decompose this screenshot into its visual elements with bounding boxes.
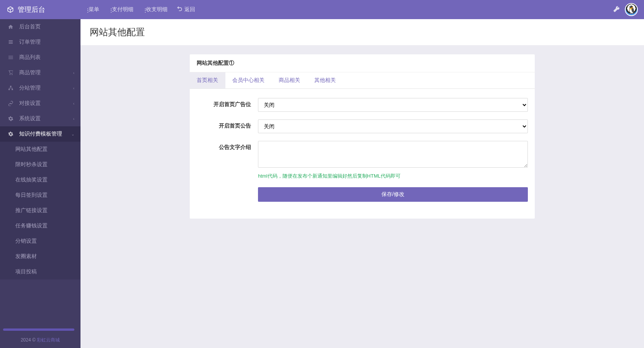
svg-rect-2 (9, 43, 13, 44)
svg-rect-10 (12, 89, 13, 90)
svg-rect-3 (8, 56, 13, 56)
sidebar-sub-moments[interactable]: 发圈素材 (0, 249, 80, 264)
gear-icon (7, 116, 15, 121)
svg-rect-5 (8, 59, 13, 59)
sidebar-submenu: 网站其他配置 限时秒杀设置 在线抽奖设置 每日签到设置 推广链接设置 任务赚钱设… (0, 142, 80, 279)
footer-link[interactable]: 彩虹云商城 (37, 337, 60, 343)
svg-rect-0 (9, 40, 13, 41)
label-home-notice: 开启首页公告 (197, 119, 258, 129)
header-menu-item-payment[interactable]: 支付明细 (104, 6, 138, 13)
page-title: 网站其他配置 (90, 26, 635, 38)
tabs: 首页相关 会员中心相关 商品相关 其他相关 (190, 72, 535, 89)
sidebar-item-system[interactable]: 系统设置 ‹ (0, 111, 80, 126)
chevron-left-icon: ‹ (73, 101, 74, 106)
sidebar-item-products-list[interactable]: 商品列表 (0, 50, 80, 65)
header-right: 🐧 (613, 3, 644, 16)
header-menu-item-menu[interactable]: 菜单 (80, 6, 104, 13)
sidebar-item-substation[interactable]: 分站管理 ‹ (0, 80, 80, 96)
header-menu: 菜单 支付明细 收支明细 返回 (80, 6, 613, 13)
sidebar-item-products-manage[interactable]: 商品管理 ‹ (0, 65, 80, 80)
return-arrow-icon (177, 7, 182, 13)
sidebar-sub-task-earn[interactable]: 任务赚钱设置 (0, 218, 80, 234)
svg-rect-4 (8, 57, 13, 57)
chevron-left-icon: ‹ (73, 71, 74, 75)
select-home-notice[interactable]: 关闭 (258, 119, 528, 133)
sidebar-sub-distribution[interactable]: 分销设置 (0, 234, 80, 249)
tab-home[interactable]: 首页相关 (190, 72, 225, 88)
sidebar-sub-flash-sale[interactable]: 限时秒杀设置 (0, 157, 80, 172)
page-header: 网站其他配置 (80, 19, 644, 45)
gear-icon (7, 131, 15, 137)
svg-rect-8 (10, 86, 12, 87)
bars-icon (7, 55, 15, 60)
sidebar-sub-submission[interactable]: 项目投稿 (0, 264, 80, 279)
panel-header: 网站其他配置① (190, 54, 535, 72)
header-menu-item-return[interactable]: 返回 (172, 6, 200, 13)
header: 管理后台 菜单 支付明细 收支明细 返回 🐧 (0, 0, 644, 19)
chevron-left-icon: ‹ (73, 86, 74, 90)
avatar[interactable]: 🐧 (625, 3, 638, 16)
svg-point-7 (12, 74, 12, 75)
tab-member[interactable]: 会员中心相关 (225, 72, 272, 88)
sidebar-sub-lottery[interactable]: 在线抽奖设置 (0, 172, 80, 188)
svg-rect-1 (9, 42, 13, 42)
select-home-ad[interactable]: 关闭 (258, 98, 528, 112)
brand-text: 管理后台 (18, 5, 45, 14)
sidebar-footer: 2024 © 彩虹云商城 (0, 332, 80, 348)
vdots-icon (85, 7, 86, 12)
sidebar-scrollbar[interactable] (3, 328, 74, 331)
sidebar-sub-promo-link[interactable]: 推广链接设置 (0, 203, 80, 218)
main: 网站其他配置 网站其他配置① 首页相关 会员中心相关 商品相关 其他相关 开启首… (80, 19, 644, 348)
label-home-ad: 开启首页广告位 (197, 98, 258, 108)
svg-point-6 (10, 74, 10, 75)
panel: 网站其他配置① 首页相关 会员中心相关 商品相关 其他相关 开启首页广告位 关闭 (190, 54, 535, 219)
cube-icon (7, 6, 14, 13)
label-notice-text: 公告文字介绍 (197, 141, 258, 151)
sidebar-item-knowledge-template[interactable]: 知识付费模板管理 ⌄ (0, 126, 80, 142)
tab-product[interactable]: 商品相关 (272, 72, 307, 88)
wrench-icon[interactable] (613, 6, 619, 13)
home-icon (7, 24, 15, 29)
svg-rect-9 (8, 89, 10, 90)
header-menu-item-balance[interactable]: 收支明细 (138, 6, 172, 13)
save-button[interactable]: 保存/修改 (258, 187, 528, 202)
sidebar-item-orders[interactable]: 订单管理 (0, 34, 80, 50)
sitemap-icon (7, 85, 15, 91)
list-icon (7, 39, 15, 45)
chevron-left-icon: ‹ (73, 117, 74, 121)
cart-icon (7, 70, 15, 75)
sidebar-item-docking[interactable]: 对接设置 ‹ (0, 96, 80, 111)
tab-other[interactable]: 其他相关 (307, 72, 343, 88)
sidebar-sub-checkin[interactable]: 每日签到设置 (0, 188, 80, 203)
chevron-down-icon: ⌄ (71, 132, 74, 136)
link-icon (7, 101, 15, 106)
textarea-notice-text[interactable] (258, 141, 528, 168)
sidebar-item-dashboard[interactable]: 后台首页 (0, 19, 80, 34)
help-text-notice: html代码，随便在发布个新通知里编辑好然后复制HTML代码即可 (258, 173, 528, 180)
vdots-icon (108, 7, 110, 12)
vdots-icon (143, 7, 144, 12)
brand[interactable]: 管理后台 (0, 5, 80, 14)
sidebar: 后台首页 订单管理 商品列表 商品管理 ‹ 分站管理 ‹ (0, 19, 80, 348)
panel-body: 开启首页广告位 关闭 开启首页公告 关闭 (190, 89, 535, 219)
sidebar-sub-site-config[interactable]: 网站其他配置 (0, 142, 80, 157)
